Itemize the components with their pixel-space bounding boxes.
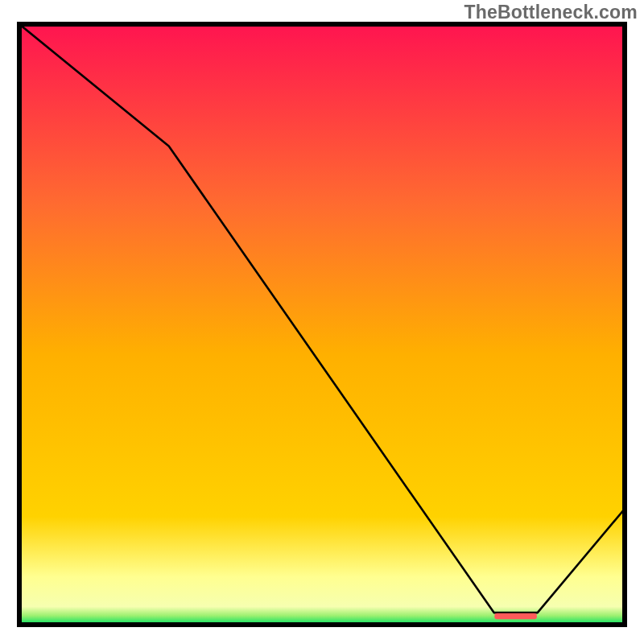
chart-stage: TheBottleneck.com xyxy=(0,0,644,644)
optimal-range-marker xyxy=(494,613,537,620)
gradient-background xyxy=(19,24,625,625)
watermark-text: TheBottleneck.com xyxy=(464,2,638,23)
plot-area xyxy=(17,22,627,627)
bottleneck-chart-svg xyxy=(17,22,627,627)
